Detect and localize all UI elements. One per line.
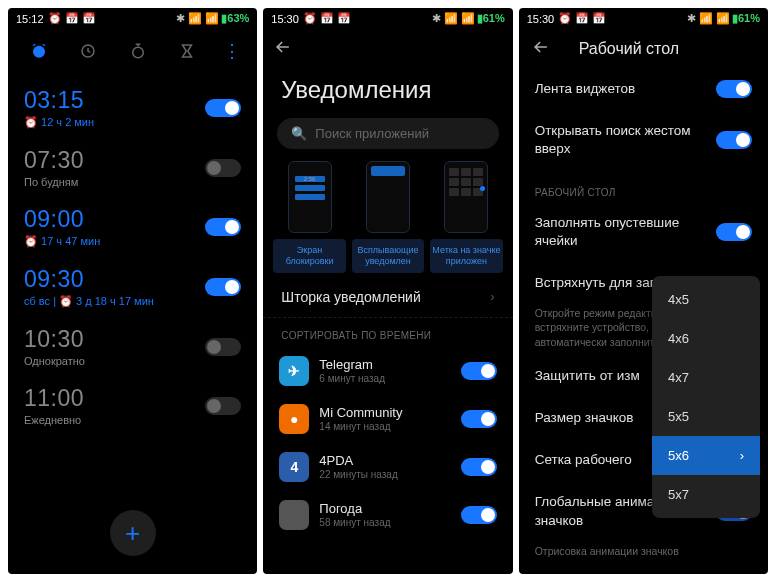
alarm-subtitle: По будням	[24, 176, 84, 188]
alarm-subtitle: Ежедневно	[24, 414, 84, 426]
app-toggle[interactable]	[461, 506, 497, 524]
popup-item[interactable]: 4x7	[652, 358, 760, 397]
clock-text: 15:30	[527, 13, 555, 25]
row-swipe-search[interactable]: Открывать поиск жестом вверх	[519, 110, 768, 170]
row-widgets[interactable]: Лента виджетов	[519, 68, 768, 110]
tab-clock[interactable]	[74, 37, 102, 65]
notification-shade-row[interactable]: Шторка уведомлений ›	[263, 273, 512, 318]
preview-thumb	[366, 161, 410, 233]
alarm-time: 10:30	[24, 326, 85, 353]
tab-stopwatch[interactable]	[124, 37, 152, 65]
section-label: Шторка уведомлений	[281, 289, 420, 305]
alarm-toggle[interactable]	[205, 159, 241, 177]
tab-timer[interactable]	[173, 37, 201, 65]
alarm-subtitle: сб вс | ⏰ 3 д 18 ч 17 мин	[24, 295, 154, 308]
app-icon: 4	[279, 452, 309, 482]
sort-label: СОРТИРОВАТЬ ПО ВРЕМЕНИ	[263, 318, 512, 347]
app-icon: ●	[279, 404, 309, 434]
alarm-toggle[interactable]	[205, 338, 241, 356]
tabs: ⋮	[8, 29, 257, 79]
alarm-row[interactable]: 03:15⏰ 12 ч 2 мин	[8, 79, 257, 139]
page-title: Уведомления	[263, 68, 512, 118]
app-row[interactable]: ●Mi Community14 минут назад	[263, 395, 512, 443]
toggle-swipe-search[interactable]	[716, 131, 752, 149]
app-toggle[interactable]	[461, 362, 497, 380]
preview-card[interactable]: 2:56Экран блокировки	[273, 161, 345, 273]
popup-item[interactable]: 4x6	[652, 319, 760, 358]
alarm-toggle[interactable]	[205, 218, 241, 236]
back-button[interactable]	[531, 37, 551, 60]
app-subtitle: 22 минуты назад	[319, 469, 450, 480]
grid-size-popup: 4x54x64x75x55x6›5x7	[652, 276, 760, 518]
tab-alarm[interactable]	[25, 37, 53, 65]
preview-label: Метка на значке приложен	[430, 239, 502, 273]
section-caption: РАБОЧИЙ СТОЛ	[519, 171, 768, 202]
app-row[interactable]: ✈Telegram6 минут назад	[263, 347, 512, 395]
screen-alarms: 15:12 ⏰ 📅 📅 ✱ 📶 📶▮63% ⋮ 03:15⏰ 12 ч 2 ми…	[8, 8, 257, 574]
toggle-widgets[interactable]	[716, 80, 752, 98]
alarm-toggle[interactable]	[205, 278, 241, 296]
status-bar: 15:12 ⏰ 📅 📅 ✱ 📶 📶▮63%	[8, 8, 257, 29]
search-input[interactable]: 🔍 Поиск приложений	[277, 118, 498, 149]
screen-desktop-settings: 15:30 ⏰ 📅 📅 ✱ 📶 📶▮61% Рабочий стол Лента…	[519, 8, 768, 574]
app-icon	[279, 500, 309, 530]
alarm-time: 03:15	[24, 87, 94, 114]
alarm-time: 07:30	[24, 147, 84, 174]
alarm-row[interactable]: 09:30сб вс | ⏰ 3 д 18 ч 17 мин	[8, 258, 257, 318]
app-subtitle: 58 минут назад	[319, 517, 450, 528]
app-toggle[interactable]	[461, 458, 497, 476]
alarm-row[interactable]: 09:00⏰ 17 ч 47 мин	[8, 198, 257, 258]
row-fill-empty[interactable]: Заполнять опустевшие ячейки	[519, 202, 768, 262]
popup-item[interactable]: 5x6›	[652, 436, 760, 475]
preview-thumb: 2:56	[288, 161, 332, 233]
page-title: Рабочий стол	[579, 40, 679, 58]
alarm-toggle[interactable]	[205, 99, 241, 117]
menu-icon[interactable]: ⋮	[223, 40, 241, 62]
search-placeholder: Поиск приложений	[315, 126, 429, 141]
app-row[interactable]: 44PDA22 минуты назад	[263, 443, 512, 491]
alarm-subtitle: ⏰ 17 ч 47 мин	[24, 235, 100, 248]
alarm-time: 09:30	[24, 266, 154, 293]
app-icon: ✈	[279, 356, 309, 386]
preview-label: Экран блокировки	[273, 239, 345, 273]
alarm-time: 11:00	[24, 385, 84, 412]
svg-point-0	[33, 46, 45, 58]
status-bar: 15:30 ⏰ 📅 📅 ✱ 📶 📶▮61%	[519, 8, 768, 29]
app-subtitle: 6 минут назад	[319, 373, 450, 384]
preview-card[interactable]: Всплывающие уведомлен	[352, 161, 424, 273]
app-name: 4PDA	[319, 453, 450, 468]
clock-text: 15:12	[16, 13, 44, 25]
clock-text: 15:30	[271, 13, 299, 25]
alarm-time: 09:00	[24, 206, 100, 233]
popup-item[interactable]: 4x5	[652, 280, 760, 319]
alarm-row[interactable]: 11:00Ежедневно	[8, 377, 257, 436]
alarm-subtitle: Однократно	[24, 355, 85, 367]
app-subtitle: 14 минут назад	[319, 421, 450, 432]
preview-label: Всплывающие уведомлен	[352, 239, 424, 273]
chevron-right-icon: ›	[490, 289, 494, 304]
search-icon: 🔍	[291, 126, 307, 141]
alarm-subtitle: ⏰ 12 ч 2 мин	[24, 116, 94, 129]
app-row[interactable]: Погода58 минут назад	[263, 491, 512, 539]
status-bar: 15:30 ⏰ 📅 📅 ✱ 📶 📶▮61%	[263, 8, 512, 29]
alarm-row[interactable]: 07:30По будням	[8, 139, 257, 198]
alarm-row[interactable]: 10:30Однократно	[8, 318, 257, 377]
toggle-fill-empty[interactable]	[716, 223, 752, 241]
svg-point-2	[132, 47, 143, 58]
back-button[interactable]	[273, 37, 293, 60]
app-toggle[interactable]	[461, 410, 497, 428]
chevron-right-icon: ›	[740, 448, 744, 463]
alarm-toggle[interactable]	[205, 397, 241, 415]
screen-notifications: 15:30 ⏰ 📅 📅 ✱ 📶 📶▮61% Уведомления 🔍 Поис…	[263, 8, 512, 574]
add-alarm-button[interactable]: +	[110, 510, 156, 556]
app-name: Погода	[319, 501, 450, 516]
popup-item[interactable]: 5x7	[652, 475, 760, 514]
app-name: Mi Community	[319, 405, 450, 420]
preview-thumb	[444, 161, 488, 233]
app-name: Telegram	[319, 357, 450, 372]
popup-item[interactable]: 5x5	[652, 397, 760, 436]
preview-card[interactable]: Метка на значке приложен	[430, 161, 502, 273]
